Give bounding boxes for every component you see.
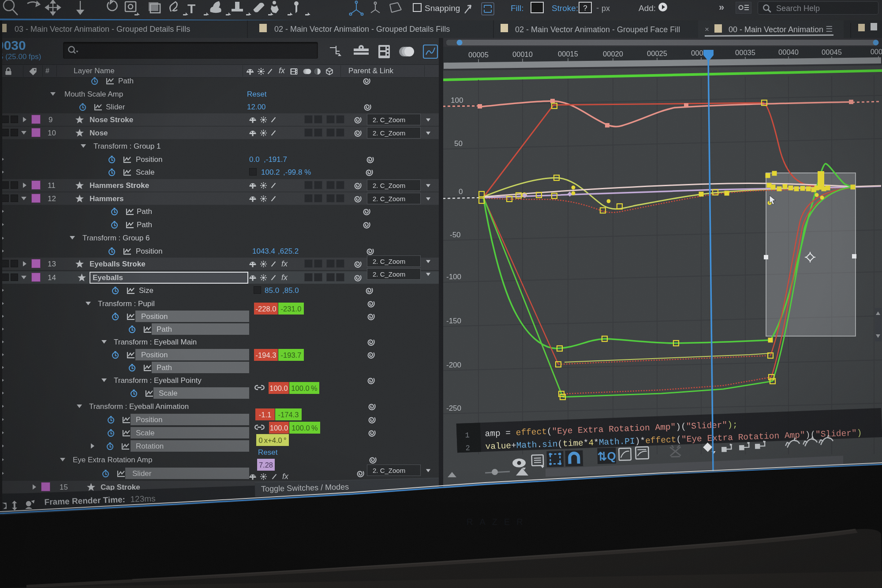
svg-text:-100: -100 bbox=[446, 273, 461, 281]
svg-text:00015: 00015 bbox=[558, 50, 578, 58]
svg-text:00035: 00035 bbox=[735, 49, 755, 56]
svg-text:00045: 00045 bbox=[822, 48, 842, 56]
svg-text:00005: 00005 bbox=[468, 51, 489, 59]
svg-text:50: 50 bbox=[454, 139, 463, 148]
svg-text:-250: -250 bbox=[446, 404, 461, 412]
svg-text:1: 1 bbox=[465, 431, 470, 439]
svg-text:00010: 00010 bbox=[512, 50, 533, 58]
svg-text:0005: 0005 bbox=[871, 48, 882, 56]
svg-text:T: T bbox=[187, 1, 195, 16]
svg-text:-200: -200 bbox=[446, 361, 461, 369]
svg-text:-50: -50 bbox=[450, 231, 461, 239]
svg-text:RAZER: RAZER bbox=[467, 517, 530, 527]
svg-text:0: 0 bbox=[459, 187, 463, 196]
svg-text:00025: 00025 bbox=[647, 49, 667, 57]
svg-text:00020: 00020 bbox=[603, 50, 623, 58]
svg-text:00040: 00040 bbox=[778, 48, 799, 56]
svg-text:2: 2 bbox=[465, 444, 470, 452]
svg-text:100: 100 bbox=[451, 96, 463, 105]
svg-text:-150: -150 bbox=[446, 317, 461, 325]
